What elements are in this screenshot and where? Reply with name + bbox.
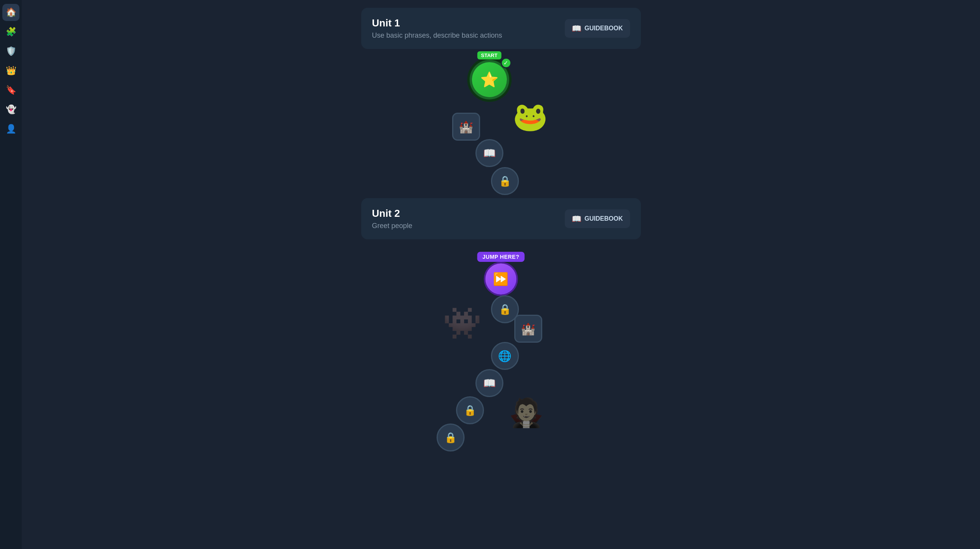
bookmark-icon: 🔖 (6, 85, 16, 95)
book-node-1[interactable]: 📖 (475, 139, 503, 167)
guidebook-icon-2: 📖 (572, 214, 581, 223)
crown-icon: 👑 (6, 66, 16, 76)
mascot-dark-1: 👾 (443, 305, 482, 342)
lock-icon-3: 🔒 (456, 396, 484, 424)
unit1-guidebook-button[interactable]: 📖 GUIDEBOOK (565, 19, 630, 38)
sidebar-item-ghost[interactable]: 👻 (2, 101, 19, 118)
sidebar-item-puzzles[interactable]: 🧩 (2, 23, 19, 40)
guidebook-icon: 📖 (572, 24, 581, 33)
unit2-title: Unit 2 (372, 207, 413, 220)
castle-icon-1: 🏰 (452, 113, 480, 141)
puzzles-icon: 🧩 (6, 27, 16, 37)
content-area: Unit 1 Use basic phrases, describe basic… (268, 0, 734, 549)
sidebar: 🏠 🧩 🛡️ 👑 🔖 👻 👤 (0, 0, 22, 549)
jump-here-label: JUMP HERE? (477, 252, 525, 262)
mascot-dark-2: 🧛 (509, 396, 544, 429)
unit1-text: Unit 1 Use basic phrases, describe basic… (372, 17, 502, 40)
main-content: Unit 1 Use basic phrases, describe basic… (22, 0, 980, 549)
unit2-text: Unit 2 Greet people (372, 207, 413, 230)
unit1-subtitle: Use basic phrases, describe basic action… (372, 31, 502, 40)
start-node-container[interactable]: START ⭐ ✓ (472, 62, 507, 97)
jump-here-container[interactable]: JUMP HERE? ⏩ (477, 252, 525, 295)
ghost-icon: 👻 (6, 105, 16, 115)
sidebar-item-bookmark[interactable]: 🔖 (2, 82, 19, 99)
unit2-card: Unit 2 Greet people 📖 GUIDEBOOK (361, 198, 641, 239)
jump-node[interactable]: ⏩ (485, 263, 516, 295)
sidebar-item-shield[interactable]: 🛡️ (2, 43, 19, 60)
home-icon: 🏠 (6, 7, 16, 17)
unit1-card: Unit 1 Use basic phrases, describe basic… (361, 8, 641, 49)
book-icon-1: 📖 (475, 139, 503, 167)
shield-icon: 🛡️ (6, 46, 16, 56)
unit2-guidebook-label: GUIDEBOOK (585, 215, 623, 222)
unit2-subtitle: Greet people (372, 222, 413, 230)
book-icon-2: 📖 (475, 369, 503, 397)
sidebar-item-crown[interactable]: 👑 (2, 62, 19, 79)
star-icon: ⭐ (480, 71, 498, 88)
book-node-2[interactable]: 📖 (475, 369, 503, 397)
globe-icon: 🌐 (491, 342, 519, 370)
fast-forward-icon: ⏩ (493, 272, 508, 286)
mascot-green: 🐸 (513, 100, 548, 133)
castle-node-1[interactable]: 🏰 (452, 113, 480, 141)
lock-node-3[interactable]: 🔒 (456, 396, 484, 424)
lock-icon-4: 🔒 (437, 424, 465, 451)
start-label: START (477, 51, 501, 59)
castle-icon-2: 🏰 (514, 315, 542, 343)
lock-node-1[interactable]: 🔒 (491, 167, 519, 195)
lock-node-4[interactable]: 🔒 (437, 424, 465, 451)
castle-node-2[interactable]: 🏰 (514, 315, 542, 343)
sidebar-item-home[interactable]: 🏠 (2, 4, 19, 21)
start-node[interactable]: START ⭐ ✓ (472, 62, 507, 97)
globe-node[interactable]: 🌐 (491, 342, 519, 370)
start-check: ✓ (501, 58, 512, 68)
lock-icon-1: 🔒 (491, 167, 519, 195)
unit1-guidebook-label: GUIDEBOOK (585, 25, 623, 32)
unit2-guidebook-button[interactable]: 📖 GUIDEBOOK (565, 209, 630, 228)
unit1-title: Unit 1 (372, 17, 502, 29)
profile-icon: 👤 (6, 124, 16, 134)
sidebar-item-profile[interactable]: 👤 (2, 120, 19, 138)
